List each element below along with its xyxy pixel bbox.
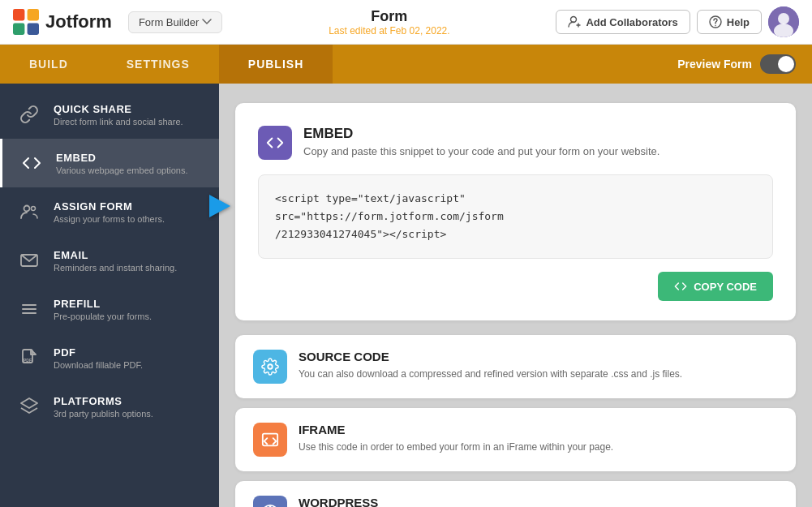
help-button[interactable]: Help [697, 10, 762, 34]
add-collaborators-button[interactable]: Add Collaborators [556, 10, 690, 34]
sidebar-item-assign-form[interactable]: ASSIGN FORM Assign your forms to others. [0, 187, 219, 236]
iframe-desc: Use this code in order to embed your for… [299, 440, 613, 454]
source-code-desc: You can also download a compressed and r… [299, 367, 682, 381]
preview-form-label: Preview Form [677, 58, 752, 71]
svg-rect-3 [28, 24, 39, 35]
svg-marker-18 [21, 398, 37, 408]
embed-desc: Copy and paste this snippet to your code… [303, 145, 659, 157]
sidebar-item-pdf[interactable]: PDF PDF Download fillable PDF. [0, 333, 219, 382]
toggle-knob [778, 56, 794, 72]
sidebar-item-email[interactable]: EMAIL Reminders and instant sharing. [0, 236, 219, 285]
source-code-card[interactable]: SOURCE CODE You can also download a comp… [235, 335, 796, 398]
svg-point-19 [268, 365, 273, 370]
pdf-icon: PDF [16, 345, 42, 371]
main-layout: QUICK SHARE Direct form link and social … [0, 84, 812, 507]
wordpress-card[interactable]: WORDPRESS Use our free plugin to embed y… [235, 481, 796, 507]
copy-code-button[interactable]: COPY CODE [658, 272, 773, 301]
embed-section: EMBED Copy and paste this snippet to you… [235, 103, 796, 320]
wordpress-icon [261, 504, 279, 507]
embed-title: EMBED [303, 126, 659, 142]
sidebar: QUICK SHARE Direct form link and social … [0, 84, 219, 507]
embed-code-box: <script type="text/javascript" src="http… [258, 174, 773, 259]
embed-header: EMBED Copy and paste this snippet to you… [258, 126, 773, 160]
jotform-logo-text: Jotform [45, 11, 112, 32]
svg-rect-0 [13, 9, 24, 20]
svg-point-10 [24, 206, 30, 212]
svg-rect-1 [28, 9, 39, 20]
iframe-icon [261, 431, 279, 449]
sidebar-item-platforms[interactable]: PLATFORMS 3rd party publish options. [0, 382, 219, 431]
gear-icon [261, 358, 279, 376]
svg-text:PDF: PDF [24, 358, 32, 363]
nav-right: Add Collaborators Help [556, 6, 799, 37]
wordpress-title: WORDPRESS [299, 496, 579, 507]
embed-icon-box [258, 126, 292, 160]
question-icon [709, 15, 722, 28]
preview-form-toggle[interactable] [760, 54, 796, 74]
jotform-logo-icon [13, 9, 39, 35]
layers-icon [16, 393, 42, 419]
iframe-card[interactable]: IFRAME Use this code in order to embed y… [235, 408, 796, 471]
content-area: EMBED Copy and paste this snippet to you… [219, 84, 812, 507]
tab-settings[interactable]: SETTINGS [97, 45, 219, 84]
copy-code-icon [674, 280, 687, 293]
svg-point-8 [778, 13, 789, 24]
svg-point-11 [32, 207, 36, 211]
lines-icon [16, 296, 42, 322]
link-icon [16, 101, 42, 127]
form-builder-button[interactable]: Form Builder [128, 11, 222, 33]
form-title-area: Form Last edited at Feb 02, 2022. [232, 8, 546, 37]
svg-point-6 [715, 25, 715, 26]
tab-bar: BUILD SETTINGS PUBLISH Preview Form [0, 45, 812, 84]
users-icon [16, 199, 42, 225]
svg-rect-2 [13, 24, 24, 35]
sidebar-item-prefill[interactable]: PREFILL Pre-populate your forms. [0, 285, 219, 333]
wordpress-icon-box [253, 496, 287, 507]
sidebar-item-embed[interactable]: EMBED Various webpage embed options. [0, 139, 219, 187]
preview-form-area: Preview Form [661, 54, 812, 74]
mail-icon [16, 247, 42, 273]
chevron-down-icon [202, 19, 212, 25]
top-nav: Jotform Form Builder Form Last edited at… [0, 0, 812, 45]
iframe-title: IFRAME [299, 423, 613, 436]
iframe-icon-box [253, 423, 287, 457]
form-title: Form [232, 8, 546, 25]
tab-build[interactable]: BUILD [0, 45, 97, 84]
source-code-title: SOURCE CODE [299, 350, 682, 363]
user-plus-icon [568, 15, 581, 28]
code-icon [19, 150, 45, 176]
sidebar-item-quick-share[interactable]: QUICK SHARE Direct form link and social … [0, 90, 219, 139]
form-subtitle: Last edited at Feb 02, 2022. [232, 25, 546, 37]
tab-publish[interactable]: PUBLISH [219, 45, 333, 84]
avatar[interactable] [768, 6, 799, 37]
logo-area: Jotform [13, 9, 112, 35]
source-code-icon-box [253, 350, 287, 384]
embed-code-icon [266, 134, 284, 152]
